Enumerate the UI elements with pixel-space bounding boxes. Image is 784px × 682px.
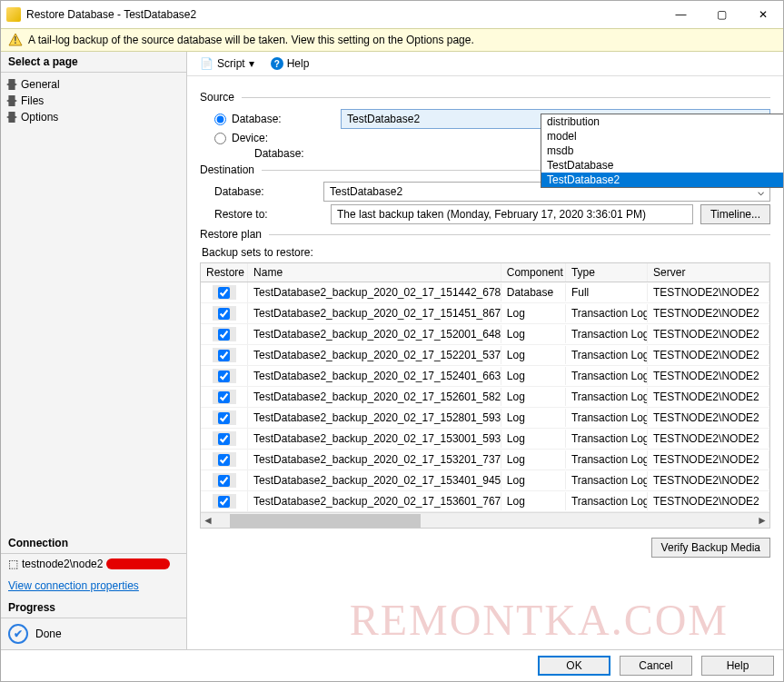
cell-component: Log [501,492,566,510]
timeline-button[interactable]: Timeline... [700,204,770,224]
cell-component: Log [501,367,566,385]
maximize-button[interactable]: ▢ [701,1,742,28]
restore-checkbox[interactable] [218,350,230,361]
cell-component: Log [501,388,566,406]
page-item-options[interactable]: Options [1,109,186,125]
minimize-button[interactable]: — [660,1,701,28]
source-device-label: Device: [232,132,341,144]
dropdown-option[interactable]: msdb [541,143,783,158]
cell-name: TestDatabase2_backup_2020_02_17_151451_8… [248,304,501,322]
toolbar: 📄 Script ▾ ? Help [187,52,783,76]
svg-text:!: ! [14,35,16,45]
left-panel: Select a page GeneralFilesOptions Connec… [1,52,187,649]
cancel-button[interactable]: Cancel [620,656,692,676]
script-button[interactable]: 📄 Script ▾ [194,55,260,72]
page-item-files[interactable]: Files [1,93,186,109]
table-row[interactable]: TestDatabase2_backup_2020_02_17_153601_7… [201,491,769,512]
cell-type: Transaction Log [566,346,648,364]
dropdown-option[interactable]: distribution [541,114,783,129]
cell-component: Log [501,471,566,489]
restore-checkbox[interactable] [218,287,230,299]
restore-checkbox[interactable] [218,475,230,487]
cell-server: TESTNODE2\NODE2 [648,325,769,343]
source-database-label: Database: [232,113,341,125]
restore-database-window: Restore Database - TestDatabase2 — ▢ ✕ !… [0,0,784,682]
cell-name: TestDatabase2_backup_2020_02_17_153001_5… [248,430,501,448]
cell-name: TestDatabase2_backup_2020_02_17_152201_5… [248,346,501,364]
help-label: Help [287,57,310,70]
restore-checkbox[interactable] [218,412,230,424]
cell-component: Log [501,304,566,322]
cell-type: Transaction Log [566,388,648,406]
col-restore[interactable]: Restore [201,263,248,282]
help-button[interactable]: ? Help [265,55,315,72]
col-type[interactable]: Type [566,263,648,282]
restore-checkbox[interactable] [218,391,230,403]
restore-checkbox[interactable] [218,433,230,445]
page-item-general[interactable]: General [1,76,186,93]
cell-server: TESTNODE2\NODE2 [648,304,769,322]
ok-button[interactable]: OK [538,656,610,676]
restore-checkbox[interactable] [218,454,230,466]
scroll-thumb[interactable] [230,514,421,528]
restore-checkbox[interactable] [218,371,230,382]
cell-component: Database [501,283,566,301]
restore-checkbox[interactable] [218,308,230,320]
source-device-radio[interactable] [214,133,226,144]
titlebar: Restore Database - TestDatabase2 — ▢ ✕ [1,1,783,28]
source-database-dropdown-list[interactable]: distributionmodelmsdbTestDatabaseTestDat… [541,114,783,188]
cell-type: Transaction Log [566,492,648,510]
window-title: Restore Database - TestDatabase2 [26,8,660,21]
redacted [106,558,170,569]
cell-server: TESTNODE2\NODE2 [648,409,769,427]
table-row[interactable]: TestDatabase2_backup_2020_02_17_153401_9… [201,470,769,491]
table-row[interactable]: TestDatabase2_backup_2020_02_17_152601_5… [201,387,769,408]
destination-database-label: Database: [214,185,323,198]
table-row[interactable]: TestDatabase2_backup_2020_02_17_152401_6… [201,366,769,387]
scroll-left-arrow[interactable]: ◄ [201,514,215,527]
cell-name: TestDatabase2_backup_2020_02_17_152601_5… [248,388,501,406]
cell-type: Transaction Log [566,409,648,427]
restore-plan-group-label: Restore plan [200,228,262,241]
server-icon: ⬚ [8,558,18,570]
view-connection-properties-link[interactable]: View connection properties [1,574,186,598]
cell-server: TESTNODE2\NODE2 [648,492,769,510]
cell-name: TestDatabase2_backup_2020_02_17_153401_9… [248,471,501,489]
table-row[interactable]: TestDatabase2_backup_2020_02_17_152201_5… [201,345,769,366]
cell-server: TESTNODE2\NODE2 [648,283,769,301]
table-row[interactable]: TestDatabase2_backup_2020_02_17_151451_8… [201,303,769,324]
table-row[interactable]: TestDatabase2_backup_2020_02_17_153201_7… [201,450,769,470]
table-row[interactable]: TestDatabase2_backup_2020_02_17_152001_6… [201,324,769,345]
destination-database-value: TestDatabase2 [330,185,402,198]
dropdown-option[interactable]: TestDatabase2 [541,173,783,187]
progress-text: Done [35,628,62,640]
progress-status: ✔ Done [1,618,186,649]
page-list: GeneralFilesOptions [1,73,186,129]
warning-icon: ! [8,33,23,47]
scroll-right-arrow[interactable]: ► [755,514,769,527]
cell-name: TestDatabase2_backup_2020_02_17_153201_7… [248,450,501,469]
cell-component: Log [501,325,566,343]
restore-checkbox[interactable] [218,329,230,341]
source-sub-database-label: Database: [254,147,336,160]
close-button[interactable]: ✕ [742,1,783,28]
col-component[interactable]: Component [501,263,566,282]
dropdown-option[interactable]: model [541,129,783,143]
destination-group-label: Destination [200,163,254,176]
col-name[interactable]: Name [248,263,501,282]
source-database-radio[interactable] [214,114,226,125]
connection-header: Connection [1,533,186,554]
cell-server: TESTNODE2\NODE2 [648,430,769,448]
dropdown-option[interactable]: TestDatabase [541,158,783,173]
table-row[interactable]: TestDatabase2_backup_2020_02_17_152801_5… [201,408,769,429]
help-icon: ? [271,57,283,70]
help-bottom-button[interactable]: Help [701,656,774,676]
restore-to-field: The last backup taken (Monday, February … [331,204,693,224]
cell-type: Transaction Log [566,430,648,448]
horizontal-scrollbar[interactable]: ◄ ► [201,512,769,528]
restore-checkbox[interactable] [218,496,230,508]
table-row[interactable]: TestDatabase2_backup_2020_02_17_151442_6… [201,282,769,303]
col-server[interactable]: Server [648,263,769,282]
table-row[interactable]: TestDatabase2_backup_2020_02_17_153001_5… [201,429,769,450]
verify-backup-media-button[interactable]: Verify Backup Media [651,538,770,558]
